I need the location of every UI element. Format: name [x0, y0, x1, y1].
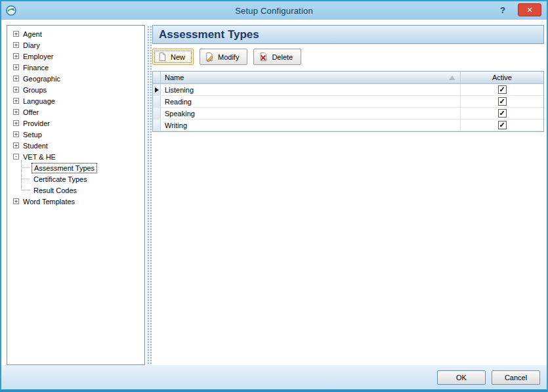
tree-connector [21, 167, 30, 168]
row-indicator-cell [153, 120, 161, 131]
row-indicator-cell [153, 108, 161, 119]
cancel-button[interactable]: Cancel [492, 370, 540, 385]
expand-icon[interactable]: + [13, 87, 19, 93]
table-row[interactable]: Listening [153, 84, 543, 96]
delete-button[interactable]: Delete [253, 49, 301, 65]
tree-item-provider[interactable]: +Provider [7, 118, 144, 129]
active-cell [461, 120, 543, 131]
tree-item-label: VET & HE [23, 153, 56, 161]
active-cell [461, 84, 543, 95]
tree-item-label: Certificate Types [32, 175, 89, 184]
expand-icon[interactable]: + [13, 76, 19, 81]
row-indicator-cell [153, 96, 161, 107]
expand-icon[interactable]: + [13, 64, 19, 70]
tree-item-label: Diary [23, 41, 40, 49]
active-cell [461, 108, 543, 119]
tree-item-language[interactable]: +Language [7, 95, 144, 106]
tree-item-setup[interactable]: +Setup [7, 129, 144, 140]
expand-icon[interactable]: + [13, 31, 19, 37]
tree-item-assessment-types[interactable]: Assessment Types [7, 162, 144, 173]
column-header-active[interactable]: Active [461, 72, 543, 83]
setup-configuration-dialog: Setup Configuration ? ✕ +Agent+Diary+Emp… [0, 0, 548, 392]
table-row[interactable]: Writing [153, 120, 543, 131]
name-cell: Writing [161, 120, 461, 131]
page-title: Assessment Types [152, 25, 544, 44]
title-bar[interactable]: Setup Configuration ? ✕ [1, 1, 547, 20]
tree-item-label: Setup [23, 131, 42, 139]
active-cell [461, 96, 543, 107]
tree: +Agent+Diary+Employer+Finance+Geographic… [7, 25, 145, 365]
name-cell: Listening [161, 84, 461, 95]
active-checkbox[interactable] [498, 85, 507, 94]
tree-item-diary[interactable]: +Diary [7, 39, 144, 51]
modify-button[interactable]: Modify [200, 49, 247, 65]
column-header-name-label: Name [165, 74, 184, 81]
expand-icon[interactable]: + [13, 198, 19, 204]
new-button-label: New [171, 53, 185, 61]
table-row[interactable]: Reading [153, 96, 543, 108]
current-row-pointer-icon [155, 87, 159, 93]
tree-item-groups[interactable]: +Groups [7, 84, 144, 95]
row-indicator-cell [153, 84, 161, 95]
active-checkbox[interactable] [498, 109, 507, 118]
assessment-types-grid: Name Active ListeningReadingSpeakingWrit… [152, 71, 544, 132]
tree-item-finance[interactable]: +Finance [7, 62, 144, 73]
main-panel: Assessment Types New Modify [152, 25, 544, 365]
active-checkbox[interactable] [498, 97, 507, 106]
new-button[interactable]: New [152, 49, 194, 65]
tree-connector [21, 179, 30, 179]
expand-icon[interactable]: + [13, 142, 19, 148]
expand-icon[interactable]: + [13, 53, 19, 59]
expand-icon[interactable]: + [13, 131, 19, 137]
grid-gutter-header [153, 72, 161, 83]
grid-header-row: Name Active [153, 72, 543, 84]
tree-item-geographic[interactable]: +Geographic [7, 73, 144, 84]
name-cell: Reading [161, 96, 461, 107]
tree-item-result-codes[interactable]: Result Codes [7, 185, 144, 196]
panel-splitter[interactable] [146, 25, 152, 365]
tree-item-label: Geographic [23, 75, 60, 83]
column-header-active-label: Active [492, 74, 512, 81]
tree-item-label: Student [23, 142, 48, 150]
toolbar: New Modify Delete [152, 49, 544, 65]
footer-bar: OK Cancel [1, 365, 547, 389]
tree-connector [21, 190, 30, 190]
collapse-icon[interactable]: - [13, 154, 19, 160]
window-title: Setup Configuration [1, 6, 547, 16]
name-cell: Speaking [161, 108, 461, 119]
table-row[interactable]: Speaking [153, 108, 543, 120]
close-button[interactable]: ✕ [518, 3, 541, 16]
delete-button-label: Delete [272, 53, 293, 61]
modify-pencil-icon [205, 52, 215, 62]
column-header-name[interactable]: Name [161, 72, 461, 83]
delete-x-icon [259, 52, 268, 62]
sort-ascending-icon [449, 76, 455, 80]
tree-item-vet-he[interactable]: -VET & HE [7, 151, 144, 162]
expand-icon[interactable]: + [13, 42, 19, 48]
expand-icon[interactable]: + [13, 98, 19, 104]
tree-item-label: Language [23, 97, 55, 105]
modify-button-label: Modify [218, 53, 239, 61]
help-button[interactable]: ? [494, 3, 511, 16]
tree-item-label: Finance [23, 64, 49, 72]
tree-item-label: Result Codes [32, 186, 79, 195]
expand-icon[interactable]: + [13, 109, 19, 115]
tree-item-certificate-types[interactable]: Certificate Types [7, 173, 144, 185]
tree-branch: Assessment TypesCertificate TypesResult … [7, 162, 144, 196]
ok-button[interactable]: OK [437, 370, 486, 385]
tree-item-label: Word Templates [23, 198, 75, 206]
expand-icon[interactable]: + [13, 120, 19, 126]
tree-item-label: Offer [23, 108, 39, 116]
tree-item-label: Provider [23, 120, 50, 127]
tree-item-agent[interactable]: +Agent [7, 28, 144, 39]
tree-item-label: Groups [23, 86, 47, 94]
grid-rows: ListeningReadingSpeakingWriting [153, 84, 543, 131]
tree-item-employer[interactable]: +Employer [7, 51, 144, 62]
tree-item-student[interactable]: +Student [7, 140, 144, 151]
tree-item-offer[interactable]: +Offer [7, 106, 144, 118]
tree-item-word-templates[interactable]: +Word Templates [7, 196, 144, 207]
active-checkbox[interactable] [498, 121, 507, 129]
new-page-icon [158, 52, 167, 62]
tree-item-label: Agent [23, 30, 42, 38]
tree-item-label: Employer [23, 53, 53, 60]
